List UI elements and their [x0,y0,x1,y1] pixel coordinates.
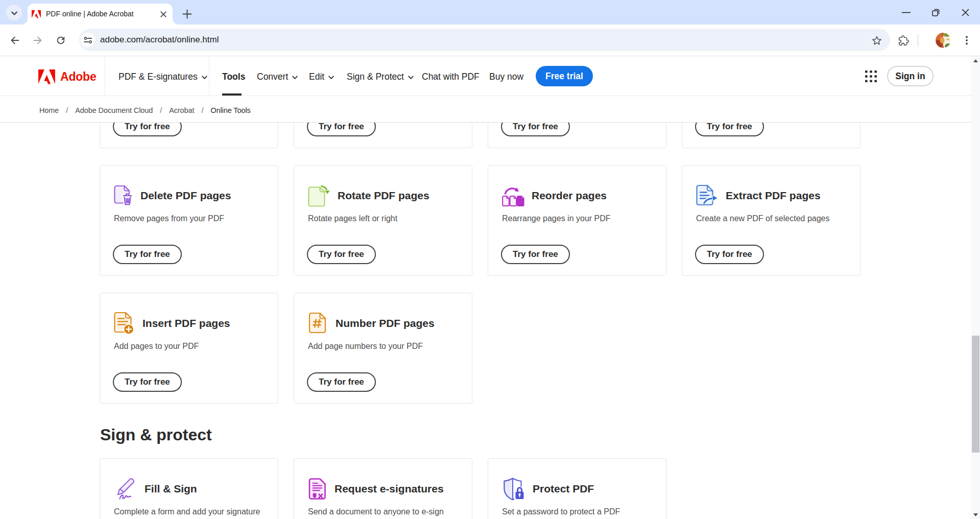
tab-search-button[interactable] [6,5,22,20]
browser-toolbar: adobe.com/acrobat/online.html [0,25,980,56]
tab-title: PDF online | Adobe Acrobat [46,4,134,25]
site-settings-button[interactable] [81,33,95,47]
card-description: Rotate pages left or right [308,214,397,223]
tool-card-partial: Try for free [682,123,861,148]
card-title: Delete PDF pages [140,190,231,202]
breadcrumb-acrobat[interactable]: Acrobat [169,106,194,114]
scrollbar-thumb[interactable] [972,336,979,453]
nav-divider [105,56,105,96]
breadcrumb-separator: / [160,106,162,114]
breadcrumb-separator: / [201,106,203,114]
card-head: Request e-signatures [308,477,444,501]
profile-button[interactable] [936,33,951,48]
scrollbar-down-button[interactable] [971,510,980,519]
card-description: Send a document to anyone to e-sign [308,507,444,516]
chevron-down-icon [408,74,414,81]
try-for-free-button[interactable]: Try for free [307,245,376,264]
nav-sign-protect-label: Sign & Protect [347,72,404,82]
card-description: Set a password to protect a PDF [502,507,620,516]
card-head: Insert PDF pages [114,312,230,335]
extensions-button[interactable] [898,35,910,46]
maximize-button[interactable] [921,0,950,25]
web-page: Adobe PDF & E-signatures Tools Convert E… [0,56,971,519]
nav-item-buy-now[interactable]: Buy now [489,57,523,97]
toolbar-divider [918,34,918,46]
tool-card-partial: Try for free [294,123,472,148]
tool-card-rotate-pdf-pages: Rotate PDF pages Rotate pages left or ri… [294,165,472,276]
forward-button[interactable] [31,33,45,48]
card-row: Insert PDF pages Add pages to your PDF T… [100,293,472,404]
insert-pages-icon [114,312,135,335]
tool-card-extract-pdf-pages: Extract PDF pages Create a new PDF of se… [682,165,861,276]
chevron-down-icon [328,74,334,81]
scrollbar[interactable] [971,56,980,519]
card-description: Rearrange pages in your PDF [502,214,611,223]
window-restore-icon [931,8,941,17]
breadcrumb: Home / Adobe Document Cloud / Acrobat / … [0,96,971,123]
section-heading-sign-protect: Sign & protect [100,426,212,444]
breadcrumb-document-cloud[interactable]: Adobe Document Cloud [75,106,153,114]
url-text: adobe.com/acrobat/online.html [100,29,219,51]
browser-menu-button[interactable] [962,35,972,45]
nav-item-convert[interactable]: Convert [257,57,298,97]
tab-search-chevron-icon [11,10,18,17]
free-trial-button[interactable]: Free trial [536,66,593,86]
tool-card-request-e-signatures: Request e-signatures Send a document to … [294,458,472,519]
extract-pages-icon [696,184,719,207]
try-for-free-button[interactable]: Try for free [113,372,182,392]
try-for-free-button[interactable]: Try for free [113,123,182,136]
card-title: Number PDF pages [336,317,435,329]
app-launcher-button[interactable] [865,70,877,82]
tab-close-button[interactable] [159,10,168,18]
new-tab-button[interactable] [180,8,194,21]
forward-icon [32,35,43,46]
nav-buy-now-label: Buy now [489,72,523,82]
sign-in-button[interactable]: Sign in [887,66,934,86]
request-esign-icon [308,478,327,500]
tool-card-insert-pdf-pages: Insert PDF pages Add pages to your PDF T… [100,293,278,404]
menu-kebab-icon [962,35,972,45]
card-title: Insert PDF pages [142,317,230,329]
try-for-free-button[interactable]: Try for free [695,245,764,264]
scroll-up-icon [973,59,978,62]
bookmark-button[interactable] [871,34,883,46]
window-close-icon [962,9,969,16]
reorder-pages-icon [502,184,524,207]
nav-convert-label: Convert [257,72,288,82]
card-title: Request e-signatures [334,483,444,495]
try-for-free-button[interactable]: Try for free [501,123,570,136]
breadcrumb-items: Home / Adobe Document Cloud / Acrobat / … [39,106,251,114]
nav-product-dropdown[interactable]: PDF & E-signatures [118,57,208,97]
try-for-free-button[interactable]: Try for free [501,245,570,264]
nav-item-tools[interactable]: Tools [222,57,245,97]
try-for-free-button[interactable]: Try for free [307,123,376,136]
nav-product-label: PDF & E-signatures [118,72,198,82]
try-for-free-button[interactable]: Try for free [307,372,376,392]
try-for-free-button[interactable]: Try for free [113,245,182,264]
card-head: Protect PDF [502,477,594,501]
scrollbar-up-button[interactable] [971,56,980,65]
nav-item-chat-with-pdf[interactable]: Chat with PDF [422,57,480,97]
new-tab-icon [182,9,192,19]
card-head: Fill & Sign [114,477,197,501]
window-minimize-icon [901,8,911,17]
breadcrumb-home[interactable]: Home [39,106,59,114]
card-title: Rotate PDF pages [338,190,429,202]
card-head: Delete PDF pages [114,184,231,207]
back-button[interactable] [8,33,22,48]
card-row: Fill & Sign Complete a form and add your… [100,458,666,519]
minimize-button[interactable] [891,0,921,25]
card-head: Extract PDF pages [696,184,821,207]
reload-button[interactable] [54,33,68,48]
close-button[interactable] [950,0,980,25]
tool-card-partial: Try for free [488,123,666,148]
adobe-logo[interactable]: Adobe [38,57,97,97]
tab-strip: PDF online | Adobe Acrobat [0,0,980,25]
browser-tab[interactable]: PDF online | Adobe Acrobat [28,4,173,25]
tab-close-icon [159,10,168,18]
try-for-free-button[interactable]: Try for free [695,123,764,136]
card-row-partial: Try for free Try for free Try for free T… [100,123,861,148]
nav-item-edit[interactable]: Edit [309,57,334,97]
nav-item-sign-protect[interactable]: Sign & Protect [347,57,414,97]
breadcrumb-current: Online Tools [210,106,250,114]
